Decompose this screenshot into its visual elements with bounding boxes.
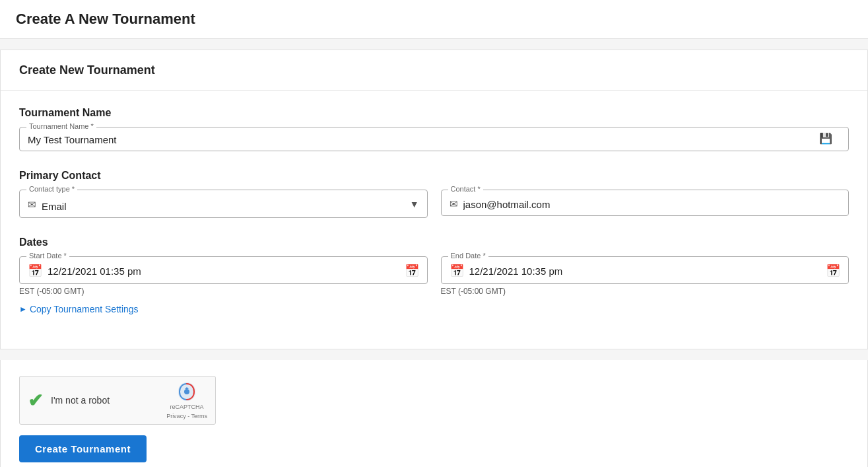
end-timezone-hint: EST (-05:00 GMT): [441, 287, 850, 296]
contact-type-col: Contact type * ✉ Email Phone ▼: [19, 190, 428, 218]
contact-type-select[interactable]: Email Phone: [42, 197, 419, 212]
recaptcha-left: ✔ I'm not a robot: [28, 390, 110, 412]
page-title: Create A New Tournament: [16, 11, 852, 28]
tournament-name-save-icon: 💾: [819, 131, 832, 144]
start-date-picker-icon[interactable]: 📅: [405, 264, 419, 278]
svg-point-0: [184, 389, 189, 394]
tournament-name-field-legend: Tournament Name *: [26, 122, 96, 130]
start-date-calendar-icon[interactable]: 📅: [28, 264, 42, 278]
recaptcha-label: I'm not a robot: [51, 395, 110, 406]
contact-field-wrapper: Contact * ✉: [441, 190, 850, 216]
dates-section: Dates Start Date * 📅 📅 EST (-05:00 GMT): [19, 236, 849, 314]
start-date-legend: Start Date *: [26, 252, 69, 260]
primary-contact-label: Primary Contact: [19, 170, 849, 182]
start-timezone-hint: EST (-05:00 GMT): [19, 287, 428, 296]
contact-input[interactable]: [463, 199, 841, 210]
recaptcha-privacy-link[interactable]: Privacy: [166, 413, 186, 419]
tournament-name-input[interactable]: [28, 130, 840, 145]
form-card-header: Create New Tournament: [1, 50, 867, 91]
end-date-input[interactable]: [469, 266, 821, 277]
primary-contact-section: Primary Contact Contact type * ✉ Email P…: [19, 170, 849, 218]
copy-settings-label: Copy Tournament Settings: [30, 304, 139, 314]
form-card-body: Tournament Name Tournament Name * 💾 Prim…: [1, 91, 867, 349]
recaptcha-brand-text: reCAPTCHA: [170, 404, 204, 412]
start-date-wrapper: Start Date * 📅 📅: [19, 256, 428, 284]
recaptcha-checkmark-icon: ✔: [28, 390, 43, 412]
recaptcha-box[interactable]: ✔ I'm not a robot reCAPTCHA Privacy - Te…: [19, 376, 216, 425]
end-date-wrapper: End Date * 📅 📅: [441, 256, 850, 284]
recaptcha-terms-link[interactable]: Terms: [191, 413, 208, 419]
end-date-picker-icon[interactable]: 📅: [826, 264, 840, 278]
end-date-col: End Date * 📅 📅 EST (-05:00 GMT): [441, 256, 850, 296]
tournament-name-section: Tournament Name Tournament Name * 💾: [19, 107, 849, 151]
recaptcha-links: Privacy - Terms: [166, 413, 207, 419]
contact-email-icon: ✉: [450, 198, 458, 210]
start-date-col: Start Date * 📅 📅 EST (-05:00 GMT): [19, 256, 428, 296]
end-date-legend: End Date *: [448, 252, 488, 260]
tournament-name-field-wrapper: Tournament Name * 💾: [19, 127, 849, 151]
email-icon: ✉: [28, 199, 36, 211]
main-form-card: Create New Tournament Tournament Name To…: [0, 50, 868, 349]
contact-type-legend: Contact type *: [26, 185, 77, 193]
copy-arrow-icon: ►: [19, 305, 27, 314]
copy-tournament-settings-link[interactable]: ► Copy Tournament Settings: [19, 304, 139, 314]
dates-section-label: Dates: [19, 236, 849, 248]
start-date-input[interactable]: [48, 266, 399, 277]
recaptcha-right: reCAPTCHA Privacy - Terms: [166, 381, 207, 419]
tournament-name-label: Tournament Name: [19, 107, 849, 119]
recaptcha-logo-icon: [176, 381, 197, 402]
create-tournament-button[interactable]: Create Tournament: [19, 435, 147, 462]
contact-type-wrapper: Contact type * ✉ Email Phone ▼: [19, 190, 428, 218]
end-date-calendar-icon[interactable]: 📅: [450, 264, 464, 278]
captcha-card: ✔ I'm not a robot reCAPTCHA Privacy - Te…: [0, 360, 868, 467]
contact-col: Contact * ✉: [441, 190, 850, 218]
contact-field-legend: Contact *: [448, 185, 483, 193]
form-card-title: Create New Tournament: [19, 63, 155, 77]
